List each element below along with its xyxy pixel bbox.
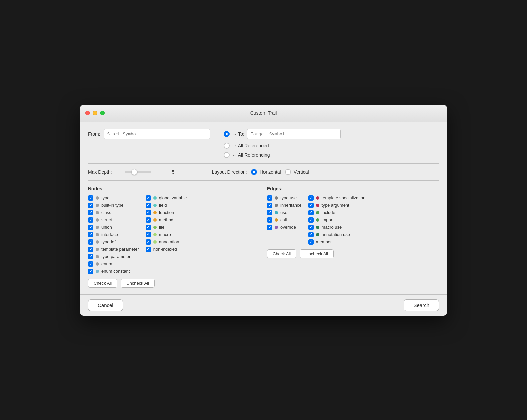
checkbox-enum-constant[interactable] [88,269,93,274]
edges-check-all-button[interactable]: Check All [267,249,296,258]
dot-enum [96,262,99,266]
cancel-button[interactable]: Cancel [88,299,123,311]
checkbox-field[interactable] [146,203,151,208]
checkbox-include[interactable] [308,210,314,215]
slider-thumb[interactable] [131,169,137,175]
edges-uncheck-all-button[interactable]: Uncheck All [300,249,334,258]
radio-vertical-btn[interactable] [285,169,291,175]
dot-class [96,211,99,214]
checkbox-enum[interactable] [88,261,93,267]
list-item: annotation [146,239,187,245]
checkbox-builtin-type[interactable] [88,203,93,208]
radio-to-label: → To: [232,131,244,137]
checkbox-use[interactable] [267,210,272,215]
list-item: include [308,210,366,215]
nodes-btn-row: Check All Uncheck All [88,279,260,288]
checkbox-non-indexed[interactable] [146,247,151,252]
list-item: struct [88,217,139,223]
dot-typedef [96,240,99,244]
checkbox-file[interactable] [146,225,151,230]
main-content: From: → To: → All Referenced ← [80,122,447,294]
checkbox-type-param[interactable] [88,254,93,259]
checkbox-annotation-use[interactable] [308,232,314,237]
checkbox-override[interactable] [267,225,272,230]
checkbox-type-use[interactable] [267,195,272,201]
footer: Cancel Search [80,294,447,316]
radio-all-referenced-label: → All Referenced [232,143,269,148]
label-override: override [280,225,296,230]
checkbox-macro[interactable] [146,232,151,237]
edges-col2: template specialization type argument in… [308,195,366,245]
checkbox-template-param[interactable] [88,247,93,252]
maximize-button[interactable] [100,111,105,115]
checkbox-annotation[interactable] [146,239,151,245]
dot-use [275,211,278,214]
minimize-button[interactable] [93,111,97,115]
dot-template-param [96,248,99,251]
label-member: member [316,239,332,244]
start-symbol-input[interactable] [104,129,210,139]
checkbox-template-spec[interactable] [308,195,314,201]
list-item: field [146,203,187,208]
checkbox-method[interactable] [146,217,151,223]
dot-file [153,226,157,229]
from-to-section: From: → To: → All Referenced ← [88,129,439,158]
checkbox-inheritance[interactable] [267,203,272,208]
label-global-var: global variable [159,195,187,200]
checkbox-type[interactable] [88,195,93,201]
list-item: template parameter [88,247,139,252]
dot-import [316,218,319,222]
list-item: built-in type [88,203,139,208]
checkbox-struct[interactable] [88,217,93,223]
search-button[interactable]: Search [404,299,439,311]
label-builtin-type: built-in type [101,203,123,208]
checkbox-union[interactable] [88,225,93,230]
checkbox-call[interactable] [267,217,272,223]
nodes-panel: Nodes: type built-in type [88,186,260,288]
dot-function [153,211,157,214]
radio-all-referenced[interactable] [224,143,230,149]
checkbox-function[interactable] [146,210,151,215]
radio-vertical-label: Vertical [294,169,309,175]
target-symbol-input[interactable] [247,129,341,139]
checkbox-typedef[interactable] [88,239,93,245]
checkbox-macro-use[interactable] [308,225,314,230]
list-item: enum [88,261,139,267]
checkbox-global-var[interactable] [146,195,151,201]
radio-horizontal-btn[interactable] [251,169,257,175]
checkbox-interface[interactable] [88,232,93,237]
label-inheritance: inheritance [280,203,302,208]
label-import: import [322,217,334,222]
depth-slider[interactable] [125,171,151,173]
close-button[interactable] [85,111,90,115]
dot-type-use [275,196,278,200]
dot-macro-use [316,226,319,229]
edges-col1: type use inheritance use [267,195,302,245]
layout-direction-label: Layout Direction: [212,169,247,175]
checkbox-type-arg[interactable] [308,203,314,208]
nodes-check-all-button[interactable]: Check All [88,279,117,288]
label-enum: enum [101,261,112,266]
depth-row: Max Depth: — 5 Layout Direction: Horizon… [88,169,439,175]
dot-macro [153,233,157,236]
radio-row-all-referencing: ← All Referencing [224,152,341,158]
dot-annotation-use [316,233,319,236]
list-item: non-indexed [146,247,187,252]
window-title: Custom Trail [250,110,277,116]
list-item: file [146,225,187,230]
checkbox-import[interactable] [308,217,314,223]
list-item: union [88,225,139,230]
radio-to[interactable] [224,131,230,137]
dot-interface [96,233,99,236]
label-macro: macro [159,232,171,237]
radio-all-referencing[interactable] [224,152,230,158]
dot-struct [96,218,99,222]
checkbox-member[interactable] [308,239,314,245]
radio-vertical: Vertical [285,169,309,175]
nodes-uncheck-all-button[interactable]: Uncheck All [121,279,155,288]
to-section: → To: → All Referenced ← All Referencing [224,129,341,158]
checkbox-class[interactable] [88,210,93,215]
dot-type-arg [316,204,319,207]
label-annotation-use: annotation use [322,232,350,237]
label-function: function [159,210,174,215]
